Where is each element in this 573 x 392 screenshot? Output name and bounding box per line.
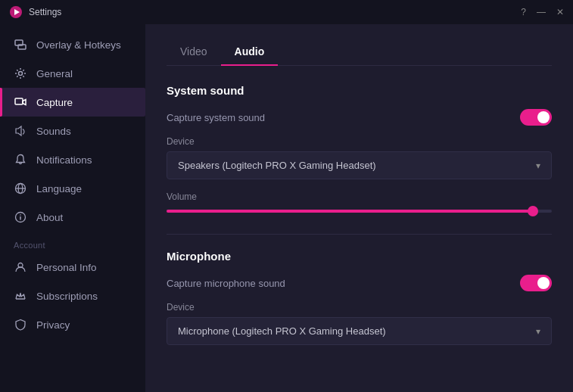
sidebar-item-personal-info[interactable]: Personal Info: [0, 253, 145, 282]
sidebar-item-about-label: About: [36, 212, 63, 223]
titlebar-controls: ? — ✕: [521, 8, 564, 17]
svg-point-12: [20, 214, 21, 216]
svg-point-4: [19, 72, 23, 76]
capture-system-sound-label: Capture system sound: [167, 112, 265, 123]
capture-microphone-row: Capture microphone sound: [167, 275, 552, 291]
device-select-speakers[interactable]: Speakers (Logitech PRO X Gaming Headset)…: [167, 151, 552, 179]
sidebar-item-about[interactable]: About: [0, 203, 145, 232]
help-button[interactable]: ?: [521, 8, 526, 17]
volume-slider[interactable]: [167, 210, 552, 213]
sidebar: Overlay & Hotkeys General Capture: [0, 24, 145, 392]
svg-marker-6: [16, 126, 21, 135]
gear-icon: [14, 67, 27, 80]
sidebar-item-general[interactable]: General: [0, 59, 145, 88]
microphone-device-label: Device: [167, 302, 552, 313]
sidebar-item-language-label: Language: [36, 183, 82, 194]
device-select-microphone[interactable]: Microphone (Logitech PRO X Gaming Headse…: [167, 317, 552, 345]
capture-system-sound-toggle[interactable]: [520, 109, 552, 126]
capture-icon: [14, 95, 27, 109]
user-icon: [14, 260, 27, 274]
main-layout: Overlay & Hotkeys General Capture: [0, 24, 573, 392]
sidebar-item-general-label: General: [36, 68, 73, 79]
volume-slider-fill: [167, 210, 533, 213]
sidebar-item-subscriptions-label: Subscriptions: [36, 291, 98, 302]
shield-icon: [14, 318, 27, 331]
chevron-down-icon-mic: ▾: [536, 326, 540, 337]
volume-label: Volume: [167, 191, 552, 202]
device-label: Device: [167, 136, 552, 147]
microphone-title: Microphone: [167, 250, 552, 263]
sidebar-item-privacy-label: Privacy: [36, 319, 70, 331]
sidebar-item-notifications-label: Notifications: [36, 154, 92, 166]
capture-microphone-toggle[interactable]: [520, 275, 552, 291]
section-divider: [167, 234, 552, 235]
globe-icon: [14, 182, 27, 195]
content-area: Video Audio System sound Capture system …: [145, 24, 573, 392]
microphone-device-select-value: Microphone (Logitech PRO X Gaming Headse…: [178, 325, 386, 337]
tabs: Video Audio: [167, 39, 552, 66]
account-section-label: Account: [0, 232, 145, 253]
titlebar-title: Settings: [29, 7, 61, 17]
sidebar-item-capture-label: Capture: [36, 97, 73, 108]
svg-rect-5: [15, 98, 23, 104]
bell-icon: [14, 153, 27, 166]
tab-video[interactable]: Video: [167, 39, 221, 65]
info-icon: [14, 210, 27, 224]
sidebar-item-capture[interactable]: Capture: [0, 88, 145, 117]
device-select-value: Speakers (Logitech PRO X Gaming Headset): [178, 160, 376, 171]
capture-microphone-label: Capture microphone sound: [167, 278, 285, 289]
sidebar-item-overlay[interactable]: Overlay & Hotkeys: [0, 30, 145, 59]
minimize-button[interactable]: —: [537, 8, 546, 17]
sidebar-item-privacy[interactable]: Privacy: [0, 310, 145, 339]
sidebar-item-notifications[interactable]: Notifications: [0, 145, 145, 174]
sidebar-item-personal-info-label: Personal Info: [36, 262, 97, 273]
system-sound-title: System sound: [167, 84, 552, 97]
sidebar-item-overlay-label: Overlay & Hotkeys: [36, 39, 121, 51]
titlebar: Settings ? — ✕: [0, 0, 573, 24]
sidebar-item-language[interactable]: Language: [0, 174, 145, 203]
tab-audio[interactable]: Audio: [221, 39, 279, 65]
titlebar-left: Settings: [9, 5, 61, 19]
crown-icon: [14, 289, 27, 303]
sidebar-item-sounds-label: Sounds: [36, 126, 71, 137]
volume-slider-thumb[interactable]: [528, 206, 538, 216]
app-logo: [9, 5, 23, 19]
sidebar-item-sounds[interactable]: Sounds: [0, 117, 145, 145]
sounds-icon: [14, 124, 27, 138]
sidebar-item-subscriptions[interactable]: Subscriptions: [0, 282, 145, 310]
close-button[interactable]: ✕: [556, 8, 564, 17]
capture-system-sound-row: Capture system sound: [167, 109, 552, 126]
chevron-down-icon: ▾: [536, 160, 540, 171]
overlay-icon: [14, 38, 27, 51]
